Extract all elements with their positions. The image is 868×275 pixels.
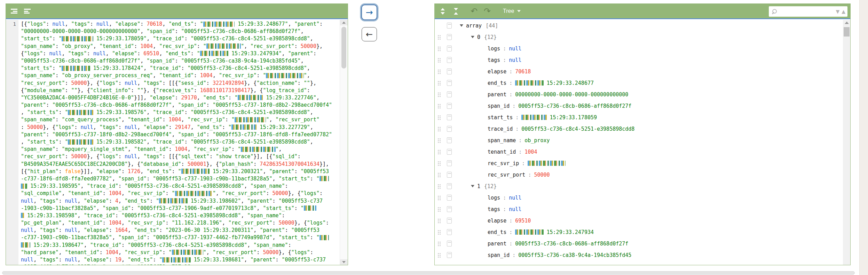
drag-handle-icon[interactable] — [438, 47, 439, 48]
tree-field-name[interactable]: span_name — [488, 137, 516, 144]
tree-field-value[interactable]: 0005ff53-c736-c8cb-0686-aff868d0f27f — [515, 241, 628, 247]
code-line[interactable]: -1937-4462-fb7749a9987d", "span_id": "00… — [21, 264, 340, 265]
context-menu-button[interactable] — [447, 195, 452, 201]
copy-tree-to-code-button[interactable]: ← — [362, 27, 377, 41]
drag-handle-icon[interactable] — [438, 230, 439, 231]
tree-field-value[interactable]: 70618 — [515, 68, 531, 75]
code-line[interactable]: "parent": "0005ff53-c736-c8cb-0686-aff86… — [21, 102, 340, 109]
tree-field-value[interactable]: ▒▒▒▒▒▒▒▒▒▒▒▒ — [528, 160, 565, 167]
tree-field-name[interactable]: rec_svr_port — [488, 172, 525, 178]
search-previous-icon[interactable]: ▲ — [842, 9, 845, 14]
code-line[interactable]: [{"hit_plan": false}]], "elapse": 1726, … — [21, 168, 340, 175]
tree-field-name[interactable]: parent — [488, 241, 506, 247]
collapse-all-button[interactable] — [451, 6, 461, 16]
scroll-up-arrow-icon[interactable] — [845, 22, 849, 24]
code-line[interactable]: "00000000-0000-0000-0000-000000000000", … — [21, 28, 340, 35]
code-line[interactable]: , "start_ts": "▒▒▒▒▒▒▒▒ 15:29:33.198582"… — [21, 138, 340, 146]
code-line[interactable]: "pc_get_plan", "tenant_id": 1004, "rec_s… — [21, 219, 340, 227]
expander-icon[interactable] — [460, 24, 463, 27]
tree-scrollbar-thumb[interactable] — [844, 27, 850, 37]
tree-field-name[interactable]: parent — [488, 91, 506, 98]
expander-icon[interactable] — [471, 185, 474, 187]
tree-field-name[interactable]: end_ts — [488, 229, 506, 235]
line-number-gutter[interactable]: 1 — [6, 20, 18, 265]
code-line[interactable]: null, "tags": null, "elapse": 1664, "end… — [21, 227, 340, 234]
code-line[interactable]: "0005ff53-c736-c8cb-0686-aff868d0f27f", … — [21, 57, 340, 65]
code-line[interactable]: "rec_svr_port": 50000}, {"logs": null, "… — [21, 80, 340, 87]
context-menu-button[interactable] — [447, 68, 452, 74]
context-menu-button[interactable] — [447, 114, 452, 120]
drag-handle-icon[interactable] — [438, 127, 439, 128]
context-menu-button[interactable] — [447, 218, 452, 224]
tree-field-value[interactable]: ▒▒▒▒▒▒▒▒ 15:29:33.178059 — [521, 114, 597, 121]
tree-field-name[interactable]: 1 — [477, 183, 480, 189]
context-menu-button[interactable] — [447, 103, 452, 109]
drag-handle-icon[interactable] — [438, 161, 439, 162]
tree-field-value[interactable]: 0005ff53-c736-c8cb-0686-aff868d0f27f — [518, 103, 631, 109]
page-vertical-scrollbar-area[interactable] — [859, 0, 868, 275]
tree-field-value[interactable]: null — [509, 195, 521, 201]
code-line[interactable]: -c737-18f6-dfd8-ffa7eed07782", "span_id"… — [21, 175, 340, 183]
drag-handle-icon[interactable] — [438, 58, 439, 59]
drag-handle-icon[interactable] — [438, 70, 439, 71]
code-line[interactable]: -1903-c90b-11bacf3828a5", "span_id": "00… — [21, 205, 340, 212]
drag-handle-icon[interactable] — [438, 173, 439, 174]
code-line[interactable]: "B4509A3547EAAE5C65DC18EC2A200CD8"}, {"d… — [21, 161, 340, 168]
tree-field-name[interactable]: tags — [488, 206, 500, 212]
tree-field-name[interactable]: trace_id — [488, 126, 513, 132]
code-line[interactable]: "YC3500BA2DAC4-0005FF4DBF24B16E-0-0"}]],… — [21, 94, 340, 102]
context-menu-button[interactable] — [447, 229, 452, 235]
code-line[interactable]: "start_ts": "▒▒▒▒▒▒▒▒▒ 15:29:33.178424",… — [21, 65, 340, 72]
drag-handle-icon[interactable] — [438, 138, 439, 139]
scroll-down-arrow-icon[interactable] — [340, 259, 348, 265]
tree-field-value[interactable]: null — [509, 57, 521, 63]
code-line[interactable]: "hard_parse", "tenant_id": 1004, "rec_sv… — [21, 249, 340, 256]
code-line[interactable]: "span_name": "com_query_process", "tenan… — [21, 116, 340, 123]
context-menu-button[interactable] — [447, 206, 452, 212]
drag-handle-icon[interactable] — [438, 219, 439, 220]
code-line[interactable]: "parent": "0005ff53-c737-18f0-d8b2-298ae… — [21, 131, 340, 138]
code-line[interactable]: [{"logs": null, "tags": null, "elapse": … — [21, 21, 340, 28]
code-vertical-scrollbar[interactable] — [340, 20, 348, 265]
tree-field-name[interactable]: 0 — [477, 34, 480, 40]
tree-field-value[interactable]: null — [509, 46, 521, 52]
copy-code-to-tree-button[interactable]: → — [361, 5, 377, 20]
context-menu-button[interactable] — [447, 91, 452, 97]
code-line[interactable]: "rec_svr_port": 50000}, {"logs": null, "… — [21, 153, 340, 160]
drag-handle-icon[interactable] — [438, 92, 439, 94]
code-line[interactable]: "start_ts": "▒▒▒▒▒▒▒▒▒▒ 15:29:33.178059"… — [21, 35, 340, 42]
expand-all-button[interactable] — [437, 6, 448, 16]
code-line[interactable]: -c737-1903-c90b-11bacf3828a5", "span_id"… — [21, 234, 340, 241]
code-line[interactable]: null, "tags": null, "elapse": 19, "end_t… — [21, 256, 340, 264]
search-input[interactable] — [779, 8, 834, 15]
context-menu-button[interactable] — [447, 252, 452, 258]
code-line[interactable]: {"module_name": ""}, {"client_info": ""}… — [21, 87, 340, 94]
redo-button[interactable]: ↷ — [482, 6, 492, 16]
tree-field-value[interactable]: null — [509, 206, 521, 212]
context-menu-button[interactable] — [447, 23, 452, 29]
tree-field-name[interactable]: elapse — [488, 68, 506, 75]
drag-handle-icon[interactable] — [438, 115, 439, 116]
tree-field-name[interactable]: end_ts — [488, 80, 506, 86]
code-line[interactable]: , "start_ts": "▒▒▒▒▒▒▒▒ 15:29:33.198576"… — [21, 109, 340, 116]
drag-handle-icon[interactable] — [438, 184, 439, 185]
context-menu-button[interactable] — [447, 126, 452, 132]
tree-field-value[interactable]: 1004 — [524, 149, 537, 155]
code-line[interactable]: ▒▒ 15:29:33.198595", "trace_id": "0005ff… — [21, 183, 340, 190]
tree-field-name[interactable]: tags — [488, 57, 500, 63]
context-menu-button[interactable] — [447, 183, 452, 189]
context-menu-button[interactable] — [447, 149, 452, 155]
code-content[interactable]: [{"logs": null, "tags": null, "elapse": … — [18, 20, 340, 265]
tree-field-value[interactable]: 0005ff53-c736-ca38-9c4a-194cb385fd45 — [518, 252, 631, 258]
tree-field-value[interactable]: ob_proxy — [524, 137, 550, 144]
search-next-icon[interactable]: ▼ — [836, 9, 839, 14]
context-menu-button[interactable] — [447, 137, 452, 143]
code-line[interactable]: ▒▒▒ 15:29:33.198647", "trace_id": "0005f… — [21, 242, 340, 249]
tree-field-value[interactable]: ▒▒▒▒▒▒▒▒▒ 15:29:33.248677 — [515, 80, 594, 86]
tree-field-name[interactable]: span_id — [488, 103, 510, 109]
drag-handle-icon[interactable] — [438, 81, 439, 82]
code-scrollbar-thumb[interactable] — [341, 27, 346, 68]
context-menu-button[interactable] — [447, 34, 452, 40]
tree-field-name[interactable]: array — [466, 23, 482, 29]
code-line[interactable]: ▒ 15:29:33.198598", "trace_id": "0005ff5… — [21, 212, 340, 219]
